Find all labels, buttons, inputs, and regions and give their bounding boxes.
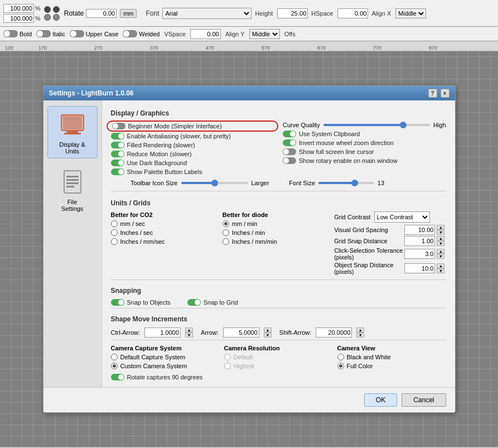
- font-toolbar: Bold Italic Upper Case Welded VSpace Ali…: [0, 27, 498, 41]
- resolution-default-option[interactable]: Default: [224, 354, 333, 360]
- vspace-label: VSpace: [164, 31, 186, 37]
- ct-down-btn[interactable]: ▼: [437, 254, 444, 259]
- inches-sec-radio[interactable]: [111, 229, 118, 236]
- height-prop-input[interactable]: 25.00: [277, 8, 308, 18]
- cancel-button[interactable]: Cancel: [402, 393, 446, 407]
- custom-capture-option[interactable]: Custom Camera System: [111, 363, 220, 369]
- mm-min-radio[interactable]: [223, 220, 229, 227]
- curve-quality-track[interactable]: [323, 124, 430, 126]
- inches-mm-min-option[interactable]: Inches / mm/min: [223, 238, 334, 245]
- hspace-input[interactable]: 0.00: [337, 8, 368, 18]
- sa-up-btn[interactable]: ▲: [356, 327, 364, 333]
- antialiasing-toggle[interactable]: [111, 133, 124, 139]
- resolution-highest-option[interactable]: Highest: [224, 363, 333, 369]
- inches-min-option[interactable]: Inches / min: [223, 229, 334, 236]
- view-bw-option[interactable]: Black and White: [337, 354, 446, 360]
- filled-rendering-label: Filled Rendering (slower): [127, 142, 195, 148]
- resolution-highest-radio[interactable]: [224, 363, 231, 369]
- palette-labels-toggle[interactable]: [111, 168, 124, 175]
- ruler-tick-770: 770: [373, 45, 381, 51]
- rotary-window-toggle[interactable]: [283, 157, 296, 164]
- shift-arrow-spinner[interactable]: ▲ ▼: [356, 327, 364, 338]
- toolbar-icon-size-label: Toolbar Icon Size: [111, 180, 178, 186]
- grid-snap-spinner[interactable]: ▲ ▼: [437, 236, 446, 246]
- welded-toggle[interactable]: [123, 30, 137, 37]
- ct-up-btn[interactable]: ▲: [437, 249, 444, 254]
- vgs-down-btn[interactable]: ▼: [437, 230, 444, 235]
- rotate-input[interactable]: 0.00: [86, 9, 117, 18]
- custom-capture-radio[interactable]: [111, 363, 118, 369]
- inches-sec-option[interactable]: Inches / sec: [111, 229, 223, 236]
- inches-mm-sec-option[interactable]: Inches / mm/sec: [111, 238, 223, 245]
- filled-rendering-toggle[interactable]: [111, 142, 124, 148]
- snap-grid-toggle[interactable]: [187, 299, 201, 306]
- sa-down-btn[interactable]: ▼: [356, 333, 364, 338]
- view-color-radio[interactable]: [337, 363, 344, 369]
- default-capture-radio[interactable]: [111, 354, 118, 360]
- mm-sec-option[interactable]: mm / sec: [111, 220, 223, 227]
- reduce-motion-toggle[interactable]: [111, 151, 124, 157]
- mm-sec-radio[interactable]: [111, 220, 118, 227]
- snap-objects-toggle[interactable]: [111, 299, 124, 306]
- ca-up-btn[interactable]: ▲: [185, 327, 193, 333]
- default-capture-option[interactable]: Default Capture System: [111, 354, 220, 360]
- view-bw-radio[interactable]: [337, 354, 344, 360]
- sidebar-item-file[interactable]: FileSettings: [47, 164, 98, 215]
- rotate-captures-toggle[interactable]: [111, 374, 124, 380]
- vspace-input[interactable]: [190, 29, 221, 39]
- click-tolerance-spinner[interactable]: ▲ ▼: [437, 249, 446, 259]
- ctrl-arrow-spinner[interactable]: ▲ ▼: [185, 327, 193, 338]
- vgs-up-btn[interactable]: ▲: [437, 225, 444, 230]
- help-button[interactable]: ?: [428, 89, 437, 98]
- ok-button[interactable]: OK: [364, 393, 397, 407]
- visual-grid-spacing-spinner[interactable]: ▲ ▼: [437, 225, 446, 235]
- resolution-highest-label: Highest: [234, 363, 254, 369]
- grid-snap-input[interactable]: [404, 236, 435, 246]
- a-down-btn[interactable]: ▼: [264, 333, 272, 338]
- default-capture-label: Default Capture System: [120, 354, 186, 360]
- ca-down-btn[interactable]: ▼: [185, 333, 193, 338]
- height-input[interactable]: 100.000: [3, 14, 34, 23]
- a-up-btn[interactable]: ▲: [264, 327, 272, 333]
- sidebar-item-display[interactable]: Display &Units: [47, 106, 98, 158]
- arrow-spinner[interactable]: ▲ ▼: [264, 327, 272, 338]
- unit-button[interactable]: mm: [120, 9, 137, 18]
- alignx-select[interactable]: Middle: [395, 8, 426, 18]
- grid-contrast-select[interactable]: Low Contrast High Contrast: [374, 211, 430, 223]
- object-snap-spinner[interactable]: ▲ ▼: [437, 263, 446, 273]
- fullscreen-cursor-toggle[interactable]: [283, 148, 296, 155]
- lock-icon[interactable]: [44, 6, 61, 21]
- close-button[interactable]: ×: [441, 89, 449, 98]
- aligny-select[interactable]: Middle: [249, 29, 280, 39]
- visual-grid-spacing-input[interactable]: [404, 225, 435, 235]
- shift-arrow-input[interactable]: [316, 327, 352, 338]
- uppercase-toggle[interactable]: [70, 30, 84, 37]
- mm-min-option[interactable]: mm / min: [223, 220, 334, 227]
- inches-mm-sec-radio[interactable]: [111, 238, 118, 245]
- system-clipboard-label: Use System Clipboard: [299, 131, 360, 137]
- inches-min-radio[interactable]: [223, 229, 229, 236]
- dark-background-toggle[interactable]: [111, 160, 124, 166]
- invert-wheel-toggle[interactable]: [283, 139, 296, 146]
- resolution-default-radio[interactable]: [224, 354, 231, 360]
- os-down-btn[interactable]: ▼: [437, 268, 444, 273]
- width-input[interactable]: 100.000: [3, 4, 34, 13]
- shift-arrow-label: Shift-Arrow:: [279, 329, 311, 336]
- beginner-mode-toggle[interactable]: [112, 123, 125, 129]
- bold-toggle[interactable]: [3, 30, 18, 37]
- click-tolerance-input[interactable]: [404, 249, 435, 259]
- svg-rect-4: [64, 171, 81, 193]
- toolbar-icon-size-track[interactable]: [181, 182, 248, 184]
- font-size-track[interactable]: [318, 182, 374, 184]
- object-snap-input[interactable]: [404, 263, 435, 273]
- os-up-btn[interactable]: ▲: [437, 263, 444, 268]
- gs-down-btn[interactable]: ▼: [437, 241, 444, 246]
- arrow-input[interactable]: [223, 327, 259, 338]
- italic-toggle[interactable]: [36, 30, 51, 37]
- ctrl-arrow-input[interactable]: [144, 327, 181, 338]
- system-clipboard-toggle[interactable]: [283, 131, 296, 137]
- inches-mm-min-radio[interactable]: [223, 238, 229, 245]
- gs-up-btn[interactable]: ▲: [437, 236, 444, 241]
- font-select[interactable]: Arial: [162, 8, 252, 19]
- view-color-option[interactable]: Full Color: [337, 363, 446, 369]
